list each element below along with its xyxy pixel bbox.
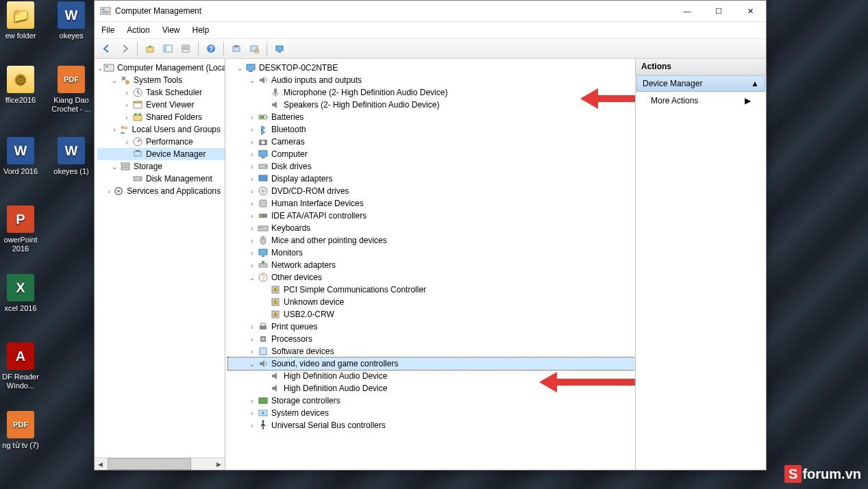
desktop-icon[interactable]: ADF Reader Windo... bbox=[0, 342, 41, 390]
tree-node[interactable]: ›Keyboards bbox=[228, 222, 635, 234]
tree-node[interactable]: ⌄System Tools bbox=[97, 74, 225, 86]
tree-node[interactable]: !Unknown device bbox=[228, 296, 635, 308]
more-actions[interactable]: More Actions ▶ bbox=[636, 92, 766, 109]
tree-node[interactable]: ›IDE ATA/ATAPI controllers bbox=[228, 210, 635, 222]
tree-node[interactable]: !PCI Simple Communications Controller bbox=[228, 284, 635, 296]
expander-icon[interactable]: › bbox=[247, 149, 257, 159]
tree-node[interactable]: ›Universal Serial Bus controllers bbox=[228, 419, 635, 431]
expander-icon[interactable]: ⌄ bbox=[247, 75, 257, 85]
expander-icon[interactable]: › bbox=[247, 223, 257, 233]
expander-icon[interactable]: › bbox=[247, 334, 257, 344]
tree-node[interactable]: ›Shared Folders bbox=[97, 111, 225, 123]
menu-action[interactable]: Action bbox=[127, 25, 149, 35]
expander-icon[interactable]: › bbox=[247, 248, 257, 258]
tree-node[interactable]: ›Cameras bbox=[228, 136, 635, 148]
scan-button[interactable] bbox=[246, 40, 262, 57]
expander-icon[interactable]: › bbox=[247, 186, 257, 196]
expander-icon[interactable]: ⌄ bbox=[247, 273, 257, 282]
expander-icon[interactable]: › bbox=[247, 174, 257, 184]
maximize-button[interactable]: ☐ bbox=[703, 1, 734, 21]
expander-icon[interactable]: › bbox=[247, 421, 257, 430]
tree-node[interactable]: ›Mice and other pointing devices bbox=[228, 234, 635, 247]
tree-node[interactable]: ›Software devices bbox=[228, 345, 635, 358]
tree-node[interactable]: ›Services and Applications bbox=[97, 185, 225, 197]
monitor-button[interactable] bbox=[271, 40, 288, 57]
expander-icon[interactable]: ⌄ bbox=[235, 63, 245, 73]
menu-file[interactable]: File bbox=[101, 25, 114, 35]
desktop-icon[interactable]: ⚙ffice2016 bbox=[0, 66, 41, 105]
left-scrollbar[interactable]: ◀ ▶ bbox=[95, 457, 225, 470]
tree-node[interactable]: High Definition Audio Device bbox=[228, 370, 635, 382]
tree-node[interactable]: ⌄Computer Management (Local) bbox=[97, 62, 225, 74]
desktop-icon[interactable]: WVord 2016 bbox=[0, 137, 41, 176]
show-hide-tree-button[interactable] bbox=[160, 40, 176, 57]
expander-icon[interactable]: › bbox=[122, 88, 132, 97]
expander-icon[interactable]: › bbox=[247, 347, 257, 356]
tree-node[interactable]: ⌄DESKTOP-0C2NTBE bbox=[228, 62, 635, 74]
desktop-icon[interactable]: 📁ew folder bbox=[0, 1, 41, 40]
tree-node[interactable]: ›Computer bbox=[228, 148, 635, 160]
tree-node[interactable]: ›Bluetooth bbox=[228, 123, 635, 136]
expander-icon[interactable]: › bbox=[112, 125, 117, 134]
tree-node[interactable]: ⌄Audio inputs and outputs bbox=[228, 74, 635, 86]
tree-node[interactable]: ›Storage controllers bbox=[228, 394, 635, 407]
tree-node[interactable]: High Definition Audio Device bbox=[228, 382, 635, 394]
desktop-icon[interactable]: PDFKiang Dao Crochet - ... bbox=[51, 66, 92, 113]
expander-icon[interactable]: › bbox=[247, 199, 257, 208]
expander-icon[interactable]: › bbox=[247, 112, 257, 122]
tree-node[interactable]: ›Network adapters bbox=[228, 259, 635, 271]
left-tree[interactable]: ⌄Computer Management (Local)⌄System Tool… bbox=[95, 59, 225, 457]
expander-icon[interactable]: ⌄ bbox=[110, 75, 119, 85]
expander-icon[interactable]: › bbox=[247, 162, 257, 171]
minimize-button[interactable]: — bbox=[671, 1, 703, 21]
desktop-icon[interactable]: PDFng từ tv (7) bbox=[0, 411, 41, 450]
tree-node[interactable]: Disk Management bbox=[97, 173, 225, 185]
scan-hardware-button[interactable] bbox=[228, 40, 245, 57]
desktop-icon[interactable]: Wokeyes (1) bbox=[51, 137, 92, 176]
tree-node[interactable]: ⌄Storage bbox=[97, 160, 225, 173]
tree-node[interactable]: ›Task Scheduler bbox=[97, 86, 225, 99]
desktop-icon[interactable]: Wokeyes bbox=[51, 1, 92, 40]
expander-icon[interactable]: › bbox=[247, 125, 257, 134]
titlebar[interactable]: Computer Management — ☐ ✕ bbox=[95, 1, 766, 22]
tree-node[interactable]: ›Processors bbox=[228, 333, 635, 345]
tree-node[interactable]: ›Local Users and Groups bbox=[97, 123, 225, 136]
expander-icon[interactable]: › bbox=[122, 112, 132, 122]
tree-node[interactable]: ›Performance bbox=[97, 136, 225, 148]
close-button[interactable]: ✕ bbox=[734, 1, 766, 21]
expander-icon[interactable]: › bbox=[122, 137, 132, 147]
tree-node[interactable]: ⌄Sound, video and game controllers bbox=[228, 358, 635, 370]
desktop-icon[interactable]: Xxcel 2016 bbox=[0, 274, 41, 313]
forward-button[interactable] bbox=[116, 40, 133, 57]
back-button[interactable] bbox=[99, 40, 115, 57]
expander-icon[interactable]: › bbox=[247, 211, 257, 221]
tree-node[interactable]: ›Monitors bbox=[228, 247, 635, 259]
tree-node[interactable]: Device Manager bbox=[97, 148, 225, 160]
tree-node[interactable]: !USB2.0-CRW bbox=[228, 308, 635, 321]
up-button[interactable] bbox=[142, 40, 158, 57]
tree-node[interactable]: Microphone (2- High Definition Audio Dev… bbox=[228, 86, 635, 99]
actions-selected[interactable]: Device Manager ▲ bbox=[636, 75, 765, 92]
menu-help[interactable]: Help bbox=[193, 25, 210, 35]
desktop-icon[interactable]: PowerPoint 2016 bbox=[0, 205, 41, 253]
tree-node[interactable]: ›Display adapters bbox=[228, 173, 635, 185]
properties-button[interactable] bbox=[177, 40, 194, 57]
expander-icon[interactable]: › bbox=[247, 260, 257, 270]
expander-icon[interactable]: › bbox=[247, 137, 257, 147]
tree-node[interactable]: ›Human Interface Devices bbox=[228, 197, 635, 210]
expander-icon[interactable]: ⌄ bbox=[97, 63, 103, 73]
tree-node[interactable]: Speakers (2- High Definition Audio Devic… bbox=[228, 99, 635, 111]
expander-icon[interactable]: ⌄ bbox=[247, 359, 257, 368]
expander-icon[interactable]: › bbox=[247, 236, 257, 245]
tree-node[interactable]: ›Print queues bbox=[228, 321, 635, 333]
menu-view[interactable]: View bbox=[162, 25, 180, 35]
tree-node[interactable]: ›Batteries bbox=[228, 111, 635, 123]
tree-node[interactable]: ›Disk drives bbox=[228, 160, 635, 173]
expander-icon[interactable]: › bbox=[247, 408, 257, 418]
expander-icon[interactable]: › bbox=[122, 100, 132, 110]
expander-icon[interactable]: › bbox=[106, 186, 113, 196]
tree-node[interactable]: ⌄?Other devices bbox=[228, 271, 635, 284]
device-tree[interactable]: ⌄DESKTOP-0C2NTBE⌄Audio inputs and output… bbox=[225, 59, 635, 470]
tree-node[interactable]: ›DVD/CD-ROM drives bbox=[228, 185, 635, 197]
help-button[interactable]: ? bbox=[203, 40, 219, 57]
